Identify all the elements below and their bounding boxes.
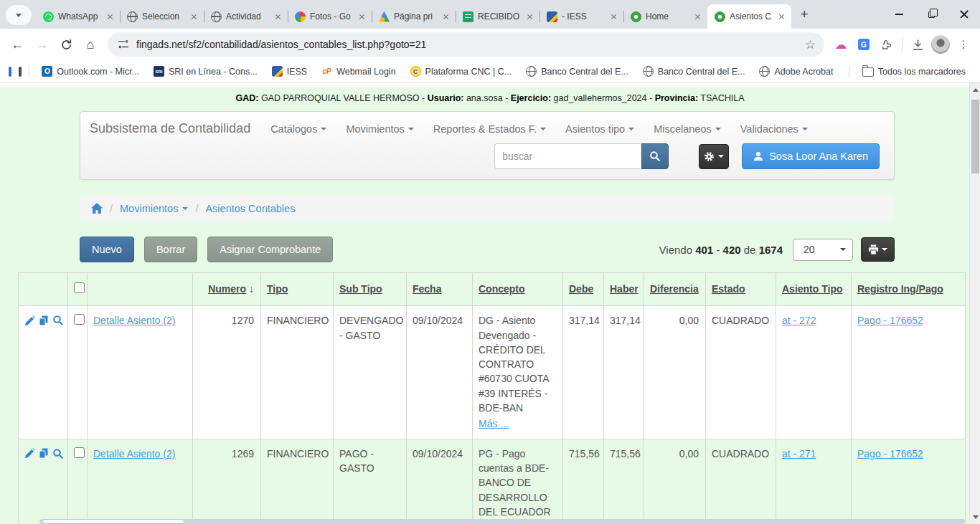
row-checkbox[interactable]: [74, 314, 85, 325]
mas-link[interactable]: Más ...: [479, 416, 559, 431]
close-icon[interactable]: [189, 11, 199, 22]
home-icon[interactable]: [91, 203, 103, 214]
edit-icon[interactable]: [24, 315, 35, 326]
tab-asientos-active[interactable]: Asientos C: [707, 4, 791, 29]
print-dropdown-button[interactable]: [861, 237, 895, 262]
breadcrumb-movimientos[interactable]: Movimientos: [120, 203, 188, 214]
vertical-scrollbar-thumb[interactable]: [971, 100, 979, 173]
copy-icon[interactable]: [39, 448, 49, 459]
row-checkbox[interactable]: [74, 447, 85, 458]
page-size-select[interactable]: 20: [793, 239, 853, 261]
header-fecha[interactable]: Fecha: [407, 273, 473, 306]
header-registro[interactable]: Registro Ing/Pago: [852, 273, 966, 306]
extensions-icon[interactable]: [876, 34, 897, 55]
asiento-tipo-link[interactable]: at - 271: [782, 448, 816, 459]
menu-miscelaneos[interactable]: Miscelaneos: [654, 123, 721, 135]
horizontal-scrollbar[interactable]: [39, 519, 965, 524]
reload-button[interactable]: [55, 33, 77, 56]
tab-whatsapp[interactable]: WhatsApp: [36, 4, 120, 29]
tab-pagina-principal[interactable]: Página pri: [372, 4, 456, 29]
header-tipo[interactable]: Tipo: [261, 273, 334, 306]
menu-asientos-tipo[interactable]: Asientos tipo: [565, 123, 634, 135]
profile-avatar[interactable]: [930, 34, 951, 55]
search-input[interactable]: [494, 143, 641, 169]
downloads-button[interactable]: [907, 34, 928, 55]
bookmark-iess[interactable]: IESS: [266, 66, 314, 77]
tab-actividad[interactable]: Actividad: [204, 4, 288, 29]
borrar-button[interactable]: Borrar: [144, 237, 197, 262]
registro-cell: Pago - 176652: [852, 306, 966, 439]
all-bookmarks-button[interactable]: Todos los marcadores: [857, 66, 971, 77]
scroll-up-arrow[interactable]: [973, 88, 979, 92]
tab-fotos[interactable]: Fotos - Go: [288, 4, 372, 29]
select-all-checkbox[interactable]: [74, 282, 85, 293]
registro-pago-link[interactable]: Pago - 176652: [857, 315, 923, 326]
close-icon[interactable]: [692, 11, 703, 22]
back-button[interactable]: ←: [6, 33, 29, 56]
edit-icon[interactable]: [24, 448, 35, 459]
settings-dropdown-button[interactable]: [699, 144, 729, 169]
header-sub-tipo[interactable]: Sub Tipo: [334, 273, 407, 306]
close-icon[interactable]: [440, 11, 451, 22]
translate-icon[interactable]: [853, 34, 875, 55]
address-bar[interactable]: fingads.net/sf2/contabilidad/asientos_co…: [108, 32, 824, 57]
header-concepto[interactable]: Concepto: [473, 273, 563, 306]
tab-seleccion[interactable]: Seleccion: [120, 4, 204, 29]
menu-validaciones[interactable]: Validaciones: [740, 123, 808, 135]
vertical-scrollbar[interactable]: [969, 83, 980, 524]
header-diferencia[interactable]: Diferencia: [644, 273, 706, 306]
copy-icon[interactable]: [39, 315, 49, 326]
close-icon[interactable]: [357, 11, 367, 22]
close-icon[interactable]: [273, 11, 283, 22]
pinned-bookmark-blue-icon[interactable]: [9, 67, 11, 77]
view-icon[interactable]: [52, 315, 64, 326]
header-haber[interactable]: Haber: [604, 273, 644, 306]
minimize-button[interactable]: [883, 0, 915, 29]
header-asiento-tipo[interactable]: Asiento Tipo: [776, 273, 852, 306]
browser-menu-button[interactable]: ⋮: [953, 34, 974, 55]
detalle-asiento-link[interactable]: Detalle Asiento (2): [93, 315, 175, 326]
site-settings-icon[interactable]: [118, 39, 129, 50]
menu-catalogos[interactable]: Catálogos: [270, 123, 326, 135]
search-button[interactable]: [641, 143, 669, 169]
menu-movimientos[interactable]: Movimientos: [346, 123, 413, 135]
close-icon[interactable]: [105, 11, 116, 22]
tab-recibido[interactable]: RECIBIDO: [456, 4, 540, 29]
weather-extension-icon[interactable]: ☁: [830, 34, 852, 55]
bookmark-banco-central-1[interactable]: Banco Central del E...: [520, 66, 634, 77]
tab-search-button[interactable]: [6, 5, 32, 25]
header-debe[interactable]: Debe: [563, 273, 604, 306]
home-button[interactable]: ⌂: [79, 33, 102, 56]
asiento-tipo-link[interactable]: at - 272: [782, 315, 816, 326]
bookmark-webmail[interactable]: Webmail Login: [316, 66, 401, 77]
registro-pago-link[interactable]: Pago - 176652: [857, 448, 923, 459]
close-icon[interactable]: [608, 11, 619, 22]
scroll-down-arrow[interactable]: [973, 515, 979, 519]
menu-reportes[interactable]: Reportes & Estados F.: [433, 123, 546, 135]
url-text[interactable]: fingads.net/sf2/contabilidad/asientos_co…: [136, 39, 798, 50]
bookmark-adobe[interactable]: Adobe Acrobat: [753, 66, 839, 77]
header-numero[interactable]: Numero ↓: [193, 273, 261, 306]
new-tab-button[interactable]: [794, 4, 814, 24]
tab-home[interactable]: Home: [623, 4, 707, 29]
nuevo-button[interactable]: Nuevo: [80, 237, 134, 262]
close-icon[interactable]: [524, 11, 535, 22]
close-window-button[interactable]: [948, 0, 980, 29]
header-estado[interactable]: Estado: [706, 273, 776, 306]
close-icon[interactable]: [776, 11, 787, 22]
bookmark-cnc[interactable]: Plataforma CNC | C...: [405, 66, 518, 77]
view-icon[interactable]: [52, 448, 64, 459]
restore-button[interactable]: [915, 0, 948, 29]
tab-iess[interactable]: - IESS: [540, 4, 623, 29]
bookmark-sri[interactable]: SRI en Línea - Cons...: [148, 66, 263, 77]
forward-button[interactable]: →: [30, 33, 53, 56]
horizontal-scrollbar-thumb[interactable]: [42, 519, 184, 524]
breadcrumb-asientos-contables[interactable]: Asientos Contables: [205, 203, 295, 214]
user-button[interactable]: Sosa Loor Ana Karen: [742, 143, 880, 169]
bookmark-outlook[interactable]: Outlook.com - Micr...: [36, 66, 145, 77]
detalle-asiento-link[interactable]: Detalle Asiento (2): [93, 448, 175, 459]
bookmark-star-icon[interactable]: ☆: [805, 37, 816, 52]
pinned-bookmark-dark-icon[interactable]: [19, 67, 22, 77]
bookmark-banco-central-2[interactable]: Banco Central del E...: [637, 66, 751, 77]
asignar-comprobante-button[interactable]: Asignar Comprobante: [207, 237, 333, 262]
